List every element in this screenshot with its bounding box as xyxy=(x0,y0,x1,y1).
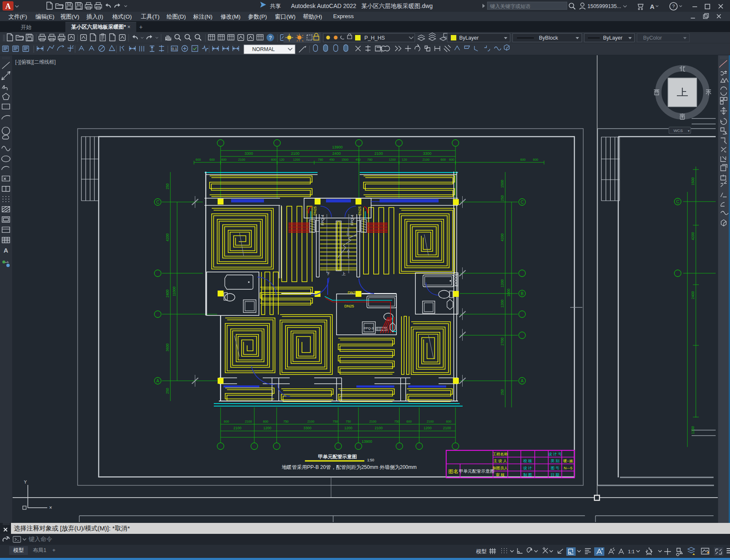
svg-text:2100: 2100 xyxy=(234,426,242,430)
svg-text:120: 120 xyxy=(402,158,407,162)
svg-text:2100: 2100 xyxy=(291,151,299,156)
svg-text:600: 600 xyxy=(520,158,526,162)
svg-text:0.1: 0.1 xyxy=(172,47,177,51)
svg-text:120: 120 xyxy=(279,158,285,162)
svg-text:1:1: 1:1 xyxy=(628,549,635,554)
svg-text:2100: 2100 xyxy=(238,158,245,162)
svg-text:DN25: DN25 xyxy=(313,206,317,215)
svg-text:×: × xyxy=(49,505,52,511)
svg-text:?: ? xyxy=(672,4,675,9)
svg-text:780: 780 xyxy=(318,158,323,162)
svg-text:A: A xyxy=(156,379,159,383)
svg-text:DN25: DN25 xyxy=(358,206,362,215)
svg-text:4200: 4200 xyxy=(691,232,695,240)
svg-text:[-][俯视][二维线框]: [-][俯视][二维线框] xyxy=(15,59,56,65)
svg-text:450: 450 xyxy=(329,158,335,162)
svg-text:×: × xyxy=(369,208,370,211)
svg-text:1200: 1200 xyxy=(264,426,272,430)
svg-text:600: 600 xyxy=(441,158,446,162)
svg-text:C: C xyxy=(676,199,679,204)
svg-text:B: B xyxy=(521,291,524,296)
svg-text:DN25: DN25 xyxy=(344,304,354,308)
svg-text:图 号: 图 号 xyxy=(551,466,560,470)
svg-text:模型: 模型 xyxy=(476,549,487,555)
svg-text:750: 750 xyxy=(333,420,338,423)
svg-text:A: A xyxy=(650,3,655,10)
svg-text:N—5: N—5 xyxy=(564,466,573,470)
svg-text:设 计 号: 设 计 号 xyxy=(548,452,562,456)
svg-text:1505999135...: 1505999135... xyxy=(587,3,621,9)
svg-text:1500: 1500 xyxy=(342,158,349,162)
svg-text:共享: 共享 xyxy=(270,3,281,9)
svg-text:2100: 2100 xyxy=(245,420,252,423)
svg-text:3300: 3300 xyxy=(245,151,253,156)
svg-text:11000: 11000 xyxy=(172,286,176,296)
svg-text:750: 750 xyxy=(283,420,289,423)
svg-text:600: 600 xyxy=(196,158,201,162)
svg-text:1500: 1500 xyxy=(500,180,504,188)
svg-text:600: 600 xyxy=(407,420,412,423)
svg-text:DN25: DN25 xyxy=(347,291,357,295)
svg-text:250: 250 xyxy=(500,195,504,201)
svg-text:A: A xyxy=(5,2,11,11)
svg-text:2700: 2700 xyxy=(500,337,504,345)
svg-text:1200: 1200 xyxy=(424,426,432,430)
svg-text:FPQ-4: FPQ-4 xyxy=(321,215,325,225)
svg-text:2100: 2100 xyxy=(443,426,451,430)
svg-text:类 别: 类 别 xyxy=(551,459,560,463)
svg-text:600: 600 xyxy=(446,420,452,423)
svg-text:3300: 3300 xyxy=(304,426,312,430)
svg-text:NORMAL: NORMAL xyxy=(252,46,275,52)
svg-text:FPQ-3: FPQ-3 xyxy=(364,326,374,330)
svg-text:C: C xyxy=(520,200,523,205)
svg-text:C: C xyxy=(156,200,159,205)
svg-text:审 核: 审 核 xyxy=(496,473,505,477)
svg-text:暖--施: 暖--施 xyxy=(563,459,573,463)
svg-text:1:50: 1:50 xyxy=(367,458,374,462)
svg-text:FPQ-4: FPQ-4 xyxy=(350,215,354,225)
svg-text:WCS: WCS xyxy=(673,128,683,133)
svg-text:图名: 图名 xyxy=(448,468,458,474)
svg-text:A: A xyxy=(4,247,8,254)
svg-text:600: 600 xyxy=(224,420,229,423)
svg-text:Y: Y xyxy=(24,480,27,485)
svg-text:250: 250 xyxy=(165,388,170,394)
svg-text:上: 上 xyxy=(342,272,346,276)
svg-text:1200: 1200 xyxy=(691,426,695,434)
svg-text:2400: 2400 xyxy=(691,291,695,299)
svg-text:校 核: 校 核 xyxy=(523,459,532,463)
svg-text:13900: 13900 xyxy=(332,145,342,149)
svg-text:1200: 1200 xyxy=(500,279,504,287)
svg-text:2100: 2100 xyxy=(374,151,383,156)
svg-text:1200: 1200 xyxy=(389,158,396,162)
svg-text:780: 780 xyxy=(367,158,373,162)
svg-text:2100: 2100 xyxy=(423,158,430,162)
svg-text:2100: 2100 xyxy=(427,420,434,423)
svg-text:×: × xyxy=(306,208,307,211)
svg-text:750: 750 xyxy=(394,420,400,423)
svg-text:600: 600 xyxy=(533,158,539,162)
svg-text:A: A xyxy=(521,379,524,383)
svg-text:3600: 3600 xyxy=(165,343,170,351)
svg-text:1500: 1500 xyxy=(691,177,695,185)
svg-text:1200: 1200 xyxy=(345,426,353,430)
svg-text:600: 600 xyxy=(221,158,227,162)
svg-text:250: 250 xyxy=(165,183,170,189)
svg-text:13900: 13900 xyxy=(361,439,372,444)
svg-text:甲单元配管示意图: 甲单元配管示意图 xyxy=(318,454,357,459)
svg-text:250: 250 xyxy=(500,389,504,395)
svg-text:▾: ▾ xyxy=(688,129,690,133)
svg-text:2100: 2100 xyxy=(307,420,315,423)
svg-text:2400: 2400 xyxy=(165,289,170,297)
svg-text:600: 600 xyxy=(449,158,455,162)
svg-text:制 图: 制 图 xyxy=(523,473,532,477)
svg-text:主 设 人: 主 设 人 xyxy=(493,459,507,463)
svg-text:1000: 1000 xyxy=(506,288,511,296)
svg-text:3300: 3300 xyxy=(423,151,431,156)
svg-text:1200: 1200 xyxy=(293,158,300,162)
svg-text:600: 600 xyxy=(210,158,215,162)
svg-text:?: ? xyxy=(269,35,272,41)
svg-text:750: 750 xyxy=(346,420,351,423)
svg-text:1200: 1200 xyxy=(500,299,504,307)
svg-text:设 计: 设 计 xyxy=(523,466,532,470)
